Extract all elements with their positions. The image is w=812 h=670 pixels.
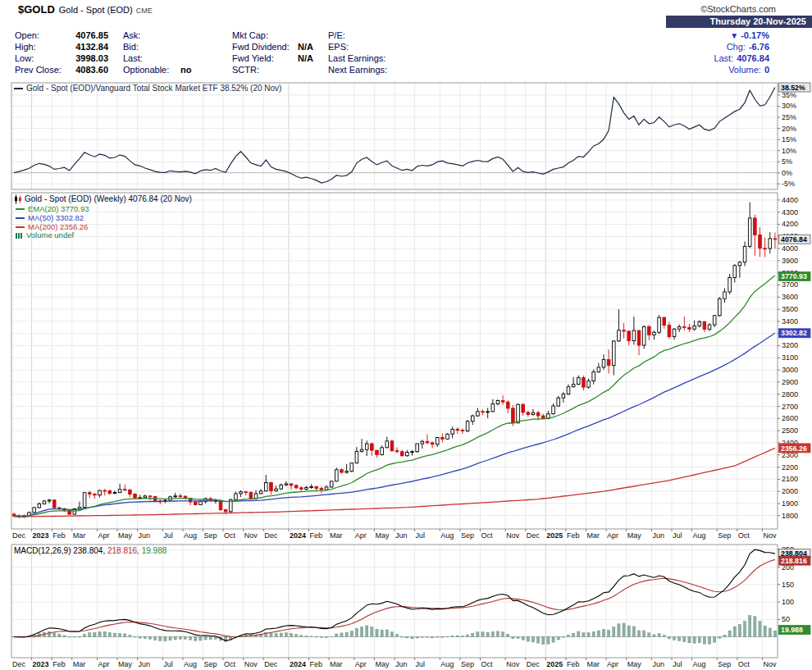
quote-ask: Ask: <box>123 30 191 41</box>
svg-text:Feb: Feb <box>310 660 323 668</box>
legend-volume: Volume undef <box>16 231 89 240</box>
svg-text:Dec: Dec <box>12 531 26 540</box>
quote-column-1: Open:4076.85 High:4132.84 Low:3998.03 Pr… <box>15 30 108 75</box>
macd-hist-value: 19.988 <box>139 546 167 555</box>
svg-text:15%: 15% <box>782 135 796 144</box>
ratio-chart-title: Gold - Spot (EOD)/Vanguard Total Stock M… <box>14 84 281 93</box>
macd-title: MACD(12,26,9) 238.804, 218.816, 19.988 <box>14 546 167 555</box>
quote-last-earnings: Last Earnings: <box>328 52 397 64</box>
svg-text:Jul: Jul <box>163 660 173 668</box>
svg-text:Nov: Nov <box>764 531 778 540</box>
quote-eps: EPS: <box>328 41 397 52</box>
ema20-swatch <box>16 208 25 210</box>
svg-text:Nov: Nov <box>506 531 520 540</box>
svg-text:Jun: Jun <box>139 660 151 668</box>
svg-text:2023: 2023 <box>33 660 49 668</box>
svg-text:Feb: Feb <box>52 660 66 668</box>
quote-open: Open:4076.85 <box>15 30 108 41</box>
quote-high: High:4132.84 <box>15 41 108 52</box>
svg-text:4000: 4000 <box>782 244 798 253</box>
svg-text:3770.93: 3770.93 <box>781 272 807 280</box>
ma50-swatch <box>16 217 25 219</box>
quote-pe: P/E: <box>328 30 397 41</box>
quote-bid: Bid: <box>123 41 191 52</box>
svg-text:Jul: Jul <box>416 660 426 668</box>
svg-text:Apr: Apr <box>355 660 367 668</box>
svg-text:Dec: Dec <box>264 660 278 668</box>
svg-text:Sep: Sep <box>204 531 217 540</box>
svg-text:2356.26: 2356.26 <box>781 444 807 453</box>
change-block: ▼-0.17% Chg:-6.76 Last:4076.84 Volume:0 <box>714 30 769 75</box>
svg-text:Apr: Apr <box>607 660 618 668</box>
svg-text:2600: 2600 <box>782 414 798 422</box>
macd-signal-value: 218.816, <box>105 546 139 555</box>
svg-text:2800: 2800 <box>782 390 798 399</box>
svg-text:Sep: Sep <box>461 531 474 540</box>
svg-text:Jul: Jul <box>163 531 173 540</box>
svg-text:Nov: Nov <box>244 531 258 540</box>
svg-text:0%: 0% <box>782 169 792 177</box>
svg-text:Mar: Mar <box>73 531 86 540</box>
main-chart-legend: EMA(20) 3770.93 MA(50) 3302.82 MA(200) 2… <box>16 205 89 240</box>
main-chart-title: Gold - Spot (EOD) (Weekly) 4076.84 (20 N… <box>14 194 192 204</box>
svg-text:100: 100 <box>782 598 794 606</box>
svg-text:Sep: Sep <box>718 660 731 668</box>
svg-text:2100: 2100 <box>782 475 798 483</box>
svg-text:Apr: Apr <box>607 531 618 540</box>
svg-text:Oct: Oct <box>738 531 750 540</box>
svg-text:Nov: Nov <box>506 660 520 668</box>
quote-mktcap: Mkt Cap: <box>232 30 313 41</box>
volume-value: Volume:0 <box>714 64 769 75</box>
svg-text:Aug: Aug <box>184 660 197 668</box>
svg-text:Feb: Feb <box>567 531 580 540</box>
svg-text:2200: 2200 <box>782 463 798 472</box>
svg-text:Dec: Dec <box>527 660 541 668</box>
svg-text:2023: 2023 <box>33 531 49 540</box>
svg-text:3302.82: 3302.82 <box>781 329 807 337</box>
ratio-line-swatch <box>14 88 23 89</box>
quote-low: Low:3998.03 <box>15 52 108 64</box>
svg-text:3600: 3600 <box>782 293 798 301</box>
svg-text:5%: 5% <box>782 157 792 166</box>
svg-text:Jun: Jun <box>395 531 408 540</box>
svg-text:May: May <box>627 660 642 668</box>
svg-text:4076.84: 4076.84 <box>781 235 807 244</box>
svg-text:2025: 2025 <box>546 531 563 540</box>
svg-text:Mar: Mar <box>73 660 86 668</box>
svg-text:Dec: Dec <box>264 531 278 540</box>
change-value: Chg:-6.76 <box>714 41 769 52</box>
stockcharts-chart-page: $GOLDGold - Spot (EOD)CME ©StockCharts.c… <box>0 0 812 670</box>
last-value: Last:4076.84 <box>714 52 769 64</box>
svg-text:Sep: Sep <box>718 531 731 540</box>
svg-text:4400: 4400 <box>782 196 798 204</box>
header: $GOLDGold - Spot (EOD)CME ©StockCharts.c… <box>0 2 812 16</box>
quote-column-4: P/E: EPS: Last Earnings: Next Earnings: <box>328 30 397 75</box>
svg-text:Aug: Aug <box>440 531 454 540</box>
svg-text:1900: 1900 <box>782 499 798 508</box>
svg-text:4200: 4200 <box>782 220 798 228</box>
svg-text:May: May <box>375 531 390 540</box>
quote-sctr: SCTR: <box>232 64 313 75</box>
svg-text:Dec: Dec <box>527 531 541 540</box>
change-percent: ▼-0.17% <box>714 30 769 41</box>
svg-text:Aug: Aug <box>693 660 706 668</box>
volume-bars-icon <box>16 233 23 239</box>
svg-text:3500: 3500 <box>782 305 798 313</box>
svg-text:Mar: Mar <box>587 531 600 540</box>
svg-text:3100: 3100 <box>782 353 798 362</box>
svg-text:19.988: 19.988 <box>781 626 803 634</box>
date-banner: Thursday 20-Nov-2025 <box>666 16 812 28</box>
svg-text:20%: 20% <box>782 125 796 133</box>
svg-text:2700: 2700 <box>782 403 798 411</box>
svg-text:2024: 2024 <box>290 531 306 540</box>
svg-text:Oct: Oct <box>481 660 493 668</box>
svg-text:Oct: Oct <box>224 531 236 540</box>
svg-text:35%: 35% <box>782 91 796 99</box>
svg-text:Oct: Oct <box>481 531 493 540</box>
svg-text:Mar: Mar <box>330 531 343 540</box>
svg-text:3900: 3900 <box>782 257 798 265</box>
svg-text:2024: 2024 <box>290 660 306 668</box>
svg-text:2025: 2025 <box>546 660 563 668</box>
quote-prev-close: Prev Close:4083.60 <box>15 64 108 75</box>
svg-text:May: May <box>627 531 642 540</box>
